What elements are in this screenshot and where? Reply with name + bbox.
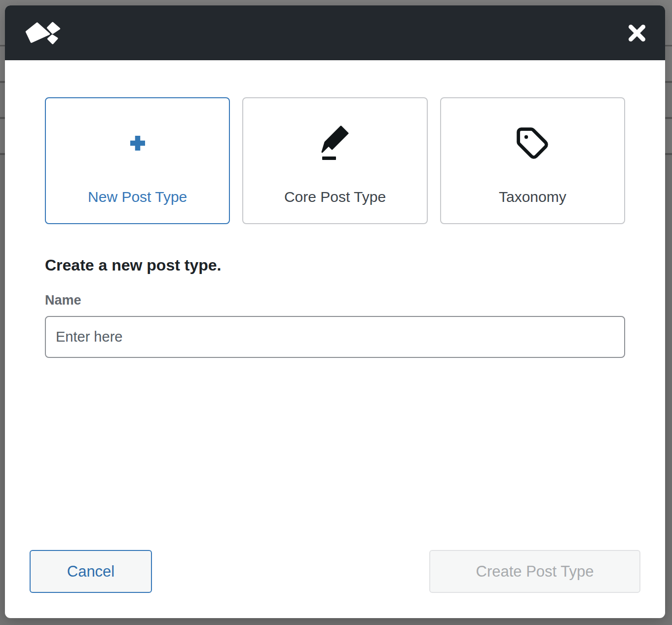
close-button[interactable] — [624, 20, 650, 46]
card-label: Core Post Type — [284, 188, 386, 206]
card-core-post-type[interactable]: Core Post Type — [242, 97, 427, 224]
pencil-icon — [320, 125, 350, 161]
cancel-button[interactable]: Cancel — [30, 550, 152, 593]
modal-footer: Cancel Create Post Type — [5, 550, 665, 618]
section-heading: Create a new post type. — [45, 256, 625, 274]
card-label: Taxonomy — [499, 188, 566, 206]
card-new-post-type[interactable]: New Post Type — [45, 97, 230, 224]
modal-header — [5, 5, 665, 60]
name-input[interactable] — [45, 316, 625, 358]
create-post-type-button[interactable]: Create Post Type — [429, 550, 640, 593]
close-icon — [626, 22, 648, 44]
plus-icon — [129, 125, 146, 161]
name-field-label: Name — [45, 293, 625, 308]
create-post-type-modal: New Post Type Core Post Type — [5, 5, 665, 618]
type-selector: New Post Type Core Post Type — [45, 97, 625, 224]
card-taxonomy[interactable]: Taxonomy — [440, 97, 625, 224]
card-label: New Post Type — [88, 188, 187, 206]
modal-body: New Post Type Core Post Type — [5, 60, 665, 550]
plugin-logo-icon — [25, 20, 60, 46]
tag-icon — [516, 125, 549, 161]
